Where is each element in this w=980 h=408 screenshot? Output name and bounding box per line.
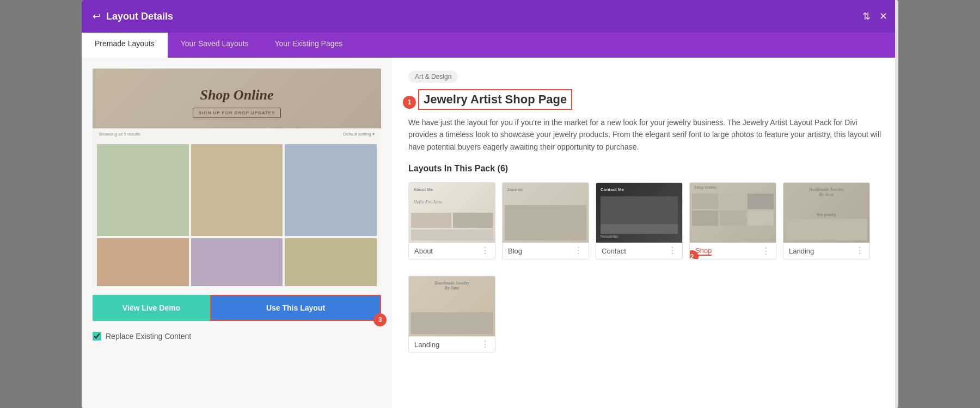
about-photos [411,213,493,240]
layouts-grid: About Me Hello I'm Jane About ⋮ [408,182,882,265]
view-demo-button[interactable]: View Live Demo [93,295,210,321]
preview-header: Shop Online SIGN UP FOR DROP UPDATES [93,69,381,128]
badge-3: 3 [373,313,387,326]
replace-label: Replace Existing Content [106,332,191,341]
products-grid [93,140,381,286]
landing-preview: Handmade JewelryBy Jane fine jewelry [783,183,869,243]
scrollbar[interactable] [895,58,898,408]
about-card-footer: About ⋮ [409,243,495,258]
product-cell-2 [191,144,283,236]
modal-title: Layout Details [106,11,173,22]
landing-label: Landing [789,247,814,255]
product-cell-6 [285,238,377,286]
modal-tabs: Premade Layouts Your Saved Layouts Your … [82,33,898,58]
modal-header: ↩ Layout Details ⇅ ✕ [82,0,898,33]
layout-title-row: 1 Jewelry Artist Shop Page [408,89,882,110]
layout-title: Jewelry Artist Shop Page [418,89,572,110]
browse-label: Browsing all 5 results [99,132,140,137]
layout-card-shop: 2 Shop Online [689,182,776,259]
product-cell-3 [285,144,377,236]
category-badge: Art & Design [408,71,458,83]
tab-premade-layouts[interactable]: Premade Layouts [82,33,168,58]
landing2-card-footer: Landing ⋮ [409,336,495,352]
product-cell-4 [97,238,189,286]
use-layout-button[interactable]: Use This Layout [210,295,381,321]
landing-card-footer: Landing ⋮ [783,243,869,258]
layout-card-blog: Journal Blog ⋮ [502,182,589,259]
close-icon[interactable]: ✕ [879,10,887,22]
landing2-label: Landing [414,341,439,349]
landing2-preview: Handmade JewelryBy Jane [409,276,495,336]
landing-menu[interactable]: ⋮ [855,246,864,255]
contact-label: Contact [602,247,626,255]
back-icon[interactable]: ↩ [93,10,101,22]
about-menu[interactable]: ⋮ [481,246,489,255]
shop-card-footer: Shop ⋮ [690,243,776,259]
preview-panel: Shop Online SIGN UP FOR DROP UPDATES Bro… [82,58,392,408]
layout-description: We have just the layout for you if you'r… [408,116,882,153]
contact-preview: Contact Me Newsletter [596,183,682,243]
action-buttons: 3 View Live Demo Use This Layout [93,295,381,321]
blog-label: Blog [508,247,522,255]
layout-card-landing2: Handmade JewelryBy Jane Landing ⋮ [408,276,495,353]
about-label: About [414,247,433,255]
blog-card-footer: Blog ⋮ [503,243,589,258]
contact-menu[interactable]: ⋮ [668,246,677,255]
layout-details-modal: ↩ Layout Details ⇅ ✕ Premade Layouts You… [82,0,898,408]
default-sort: Default sorting ▾ [343,132,375,137]
preview-signup-btn: SIGN UP FOR DROP UPDATES [193,108,281,118]
contact-card-footer: Contact ⋮ [596,243,682,258]
shop-preview: Shop Online [690,183,776,243]
about-preview: About Me Hello I'm Jane [409,183,495,243]
product-cell-5 [191,238,283,286]
tab-saved-layouts[interactable]: Your Saved Layouts [168,33,262,58]
header-icons: ⇅ ✕ [862,10,887,22]
landing2-menu[interactable]: ⋮ [481,340,489,349]
product-cell-1 [97,144,189,236]
blog-preview: Journal [503,183,589,243]
replace-checkbox-row: Replace Existing Content [93,332,381,341]
second-row-layouts: Handmade JewelryBy Jane Landing ⋮ [408,276,882,353]
replace-checkbox-input[interactable] [93,332,101,341]
blog-menu[interactable]: ⋮ [574,246,583,255]
tab-existing-pages[interactable]: Your Existing Pages [262,33,356,58]
shop-menu[interactable]: ⋮ [762,247,770,256]
layout-card-about: About Me Hello I'm Jane About ⋮ [408,182,495,259]
pack-title: Layouts In This Pack (6) [408,164,882,174]
preview-title: Shop Online [200,87,273,103]
sort-icon[interactable]: ⇅ [862,10,871,22]
badge-1: 1 [403,96,416,109]
modal-body: Shop Online SIGN UP FOR DROP UPDATES Bro… [82,58,898,408]
header-left: ↩ Layout Details [93,10,173,22]
details-panel: Art & Design 1 Jewelry Artist Shop Page … [392,58,898,408]
layout-card-contact: Contact Me Newsletter Contact ⋮ [596,182,683,259]
preview-image: Shop Online SIGN UP FOR DROP UPDATES Bro… [93,69,381,286]
layout-card-landing: Handmade JewelryBy Jane fine jewelry Lan… [783,182,870,259]
